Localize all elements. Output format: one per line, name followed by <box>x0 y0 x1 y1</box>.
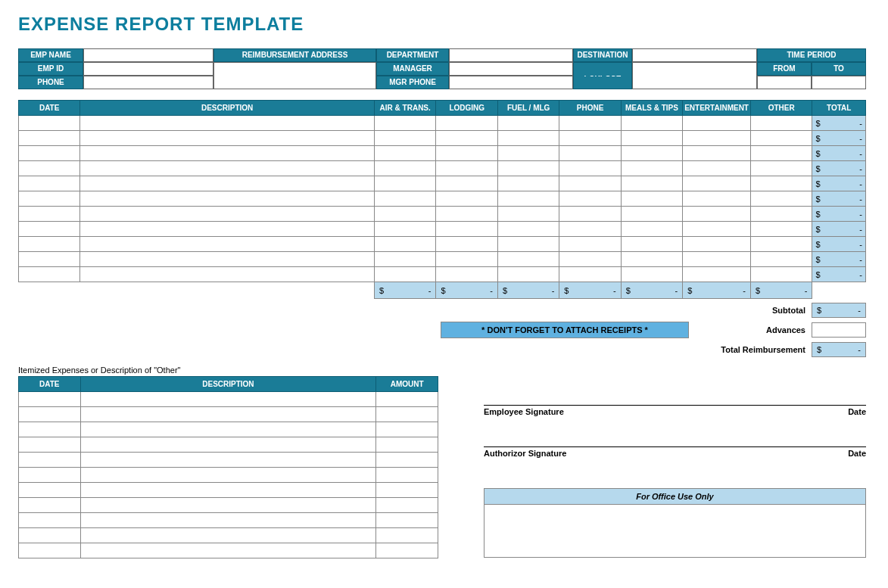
expense-cell[interactable] <box>621 267 682 282</box>
expense-cell[interactable] <box>436 161 498 176</box>
itemized-cell[interactable] <box>80 392 376 407</box>
expense-cell[interactable] <box>436 116 498 131</box>
expense-cell[interactable] <box>80 267 375 282</box>
expense-cell[interactable] <box>498 207 559 222</box>
itemized-cell[interactable] <box>19 407 81 422</box>
expense-cell[interactable] <box>436 222 498 237</box>
itemized-cell[interactable] <box>80 468 376 483</box>
itemized-cell[interactable] <box>19 437 81 453</box>
expense-cell[interactable] <box>80 191 375 207</box>
expense-cell[interactable] <box>19 252 80 267</box>
expense-cell[interactable] <box>80 161 375 176</box>
expense-cell[interactable] <box>750 222 812 237</box>
expense-cell[interactable] <box>436 146 498 161</box>
expense-cell[interactable] <box>559 161 621 176</box>
expense-cell[interactable] <box>374 252 435 267</box>
expense-cell[interactable] <box>19 237 80 252</box>
expense-cell[interactable] <box>750 252 812 267</box>
expense-cell[interactable] <box>621 252 682 267</box>
to-input[interactable] <box>812 76 866 89</box>
itemized-cell[interactable] <box>19 392 81 407</box>
itemized-cell[interactable] <box>19 422 81 437</box>
expense-cell[interactable] <box>19 222 80 237</box>
expense-cell[interactable] <box>498 131 559 146</box>
expense-cell[interactable] <box>559 252 621 267</box>
itemized-cell[interactable] <box>19 468 81 483</box>
destination-input[interactable] <box>632 48 757 62</box>
expense-cell[interactable] <box>19 267 80 282</box>
expense-cell[interactable] <box>683 176 751 191</box>
expense-cell[interactable] <box>498 191 559 207</box>
from-input[interactable] <box>757 76 812 89</box>
expense-cell[interactable] <box>559 131 621 146</box>
expense-cell[interactable] <box>19 116 80 131</box>
purpose-input[interactable] <box>632 76 757 89</box>
itemized-cell[interactable] <box>19 543 81 558</box>
expense-cell[interactable] <box>374 131 435 146</box>
expense-cell[interactable] <box>683 131 751 146</box>
expense-cell[interactable] <box>436 191 498 207</box>
expense-cell[interactable] <box>19 131 80 146</box>
itemized-cell[interactable] <box>19 453 81 468</box>
expense-cell[interactable] <box>750 237 812 252</box>
itemized-cell[interactable] <box>376 453 438 468</box>
expense-cell[interactable] <box>683 267 751 282</box>
itemized-cell[interactable] <box>19 498 81 513</box>
expense-cell[interactable] <box>498 176 559 191</box>
emp-id-input[interactable] <box>83 62 213 76</box>
itemized-cell[interactable] <box>376 543 438 558</box>
itemized-cell[interactable] <box>376 498 438 513</box>
expense-cell[interactable] <box>750 191 812 207</box>
expense-cell[interactable] <box>498 161 559 176</box>
expense-cell[interactable] <box>498 116 559 131</box>
itemized-cell[interactable] <box>80 407 376 422</box>
expense-cell[interactable] <box>498 237 559 252</box>
expense-cell[interactable] <box>436 252 498 267</box>
expense-cell[interactable] <box>374 116 435 131</box>
expense-cell[interactable] <box>374 237 435 252</box>
expense-cell[interactable] <box>750 116 812 131</box>
expense-cell[interactable] <box>750 131 812 146</box>
expense-cell[interactable] <box>750 146 812 161</box>
department-input[interactable] <box>449 48 573 62</box>
itemized-cell[interactable] <box>19 513 81 528</box>
expense-cell[interactable] <box>683 161 751 176</box>
expense-cell[interactable] <box>621 131 682 146</box>
expense-cell[interactable] <box>498 252 559 267</box>
expense-cell[interactable] <box>80 207 375 222</box>
expense-cell[interactable] <box>19 207 80 222</box>
itemized-cell[interactable] <box>376 437 438 453</box>
expense-cell[interactable] <box>19 146 80 161</box>
itemized-cell[interactable] <box>80 453 376 468</box>
itemized-cell[interactable] <box>80 513 376 528</box>
expense-cell[interactable] <box>683 191 751 207</box>
expense-cell[interactable] <box>750 176 812 191</box>
itemized-cell[interactable] <box>80 483 376 498</box>
mgr-phone-input[interactable] <box>449 76 573 89</box>
expense-cell[interactable] <box>498 267 559 282</box>
expense-cell[interactable] <box>80 237 375 252</box>
expense-cell[interactable] <box>683 146 751 161</box>
expense-cell[interactable] <box>621 191 682 207</box>
itemized-cell[interactable] <box>376 392 438 407</box>
expense-cell[interactable] <box>436 207 498 222</box>
expense-cell[interactable] <box>80 176 375 191</box>
expense-cell[interactable] <box>436 267 498 282</box>
expense-cell[interactable] <box>750 267 812 282</box>
expense-cell[interactable] <box>750 207 812 222</box>
phone-input[interactable] <box>83 76 213 89</box>
expense-cell[interactable] <box>374 191 435 207</box>
expense-cell[interactable] <box>19 191 80 207</box>
expense-cell[interactable] <box>80 146 375 161</box>
expense-cell[interactable] <box>498 222 559 237</box>
expense-cell[interactable] <box>19 161 80 176</box>
expense-cell[interactable] <box>621 161 682 176</box>
expense-cell[interactable] <box>621 116 682 131</box>
expense-cell[interactable] <box>559 222 621 237</box>
expense-cell[interactable] <box>683 237 751 252</box>
expense-cell[interactable] <box>374 267 435 282</box>
expense-cell[interactable] <box>559 176 621 191</box>
expense-cell[interactable] <box>374 146 435 161</box>
itemized-cell[interactable] <box>376 468 438 483</box>
itemized-cell[interactable] <box>376 483 438 498</box>
